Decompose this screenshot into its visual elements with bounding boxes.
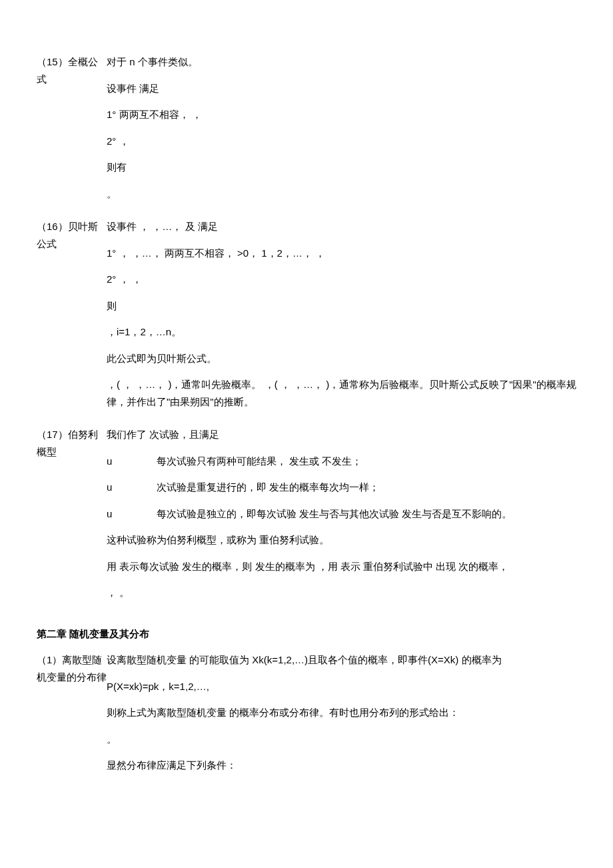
s16-p7: ，( ， ，…， )，通常叫先验概率。 ，( ， ，…， )，通常称为后验概率。…	[107, 376, 576, 410]
ch2-1-p2: P(X=xk)=pk，k=1,2,…,	[107, 678, 576, 695]
s17-u3-row: u 每次试验是独立的，即每次试验 发生与否与其他次试验 发生与否是互不影响的。	[107, 505, 576, 523]
s15-p1: 对于 n 个事件类似。	[107, 53, 576, 71]
ch2-1-p4: 。	[107, 731, 576, 748]
ch2-1-p5: 显然分布律应满足下列条件：	[107, 757, 576, 774]
s15-p5: 则有	[107, 159, 576, 176]
u-marker: u	[107, 505, 157, 523]
ch2-1-p3: 则称上式为离散型随机变量 的概率分布或分布律。有时也用分布列的形式给出：	[107, 704, 576, 721]
s17-p1: 我们作了 次试验，且满足	[107, 426, 576, 443]
section-15-content: 对于 n 个事件类似。 设事件 满足 1° 两两互不相容， ， 2° ， 则有 …	[107, 53, 576, 211]
section-15-row: （15）全概公式 对于 n 个事件类似。 设事件 满足 1° 两两互不相容， ，…	[37, 53, 576, 211]
section-16-label: （16）贝叶斯公式	[37, 218, 107, 419]
section-17-row: （17）伯努利概型 我们作了 次试验，且满足 u 每次试验只有两种可能结果， 发…	[37, 426, 576, 611]
s17-p4: ， 。	[107, 584, 576, 601]
s17-u1-row: u 每次试验只有两种可能结果， 发生或 不发生；	[107, 453, 576, 470]
s17-p2: 这种试验称为伯努利概型，或称为 重伯努利试验。	[107, 531, 576, 549]
u-marker: u	[107, 453, 157, 470]
s15-p4: 2° ，	[107, 133, 576, 150]
s16-p6: 此公式即为贝叶斯公式。	[107, 350, 576, 367]
s15-p2: 设事件 满足	[107, 80, 576, 97]
s17-u1: 每次试验只有两种可能结果， 发生或 不发生；	[157, 453, 362, 470]
u-marker: u	[107, 479, 157, 496]
section-17-label: （17）伯努利概型	[37, 426, 107, 611]
section-15-label: （15）全概公式	[37, 53, 107, 211]
s16-p3: 2° ， ，	[107, 271, 576, 288]
s16-p2: 1° ， ，…， 两两互不相容， >0， 1，2，…， ，	[107, 245, 576, 262]
s17-u2: 次试验是重复进行的，即 发生的概率每次均一样；	[157, 479, 379, 496]
section-16-row: （16）贝叶斯公式 设事件 ， ，…， 及 满足 1° ， ，…， 两两互不相容…	[37, 218, 576, 419]
section-16-content: 设事件 ， ，…， 及 满足 1° ， ，…， 两两互不相容， >0， 1，2，…	[107, 218, 576, 419]
s17-u3: 每次试验是独立的，即每次试验 发生与否与其他次试验 发生与否是互不影响的。	[157, 505, 512, 523]
s15-p3: 1° 两两互不相容， ，	[107, 106, 576, 123]
section-ch2-1-row: （1）离散型随机变量的分布律 设离散型随机变量 的可能取值为 Xk(k=1,2,…	[37, 651, 576, 783]
s17-u2-row: u 次试验是重复进行的，即 发生的概率每次均一样；	[107, 479, 576, 496]
s16-p5: ，i=1，2，…n。	[107, 323, 576, 341]
ch2-1-p1: 设离散型随机变量 的可能取值为 Xk(k=1,2,…)且取各个值的概率，即事件(…	[107, 651, 576, 669]
s15-p6: 。	[107, 185, 576, 203]
s16-p4: 则	[107, 297, 576, 315]
section-ch2-1-content: 设离散型随机变量 的可能取值为 Xk(k=1,2,…)且取各个值的概率，即事件(…	[107, 651, 576, 783]
section-17-content: 我们作了 次试验，且满足 u 每次试验只有两种可能结果， 发生或 不发生； u …	[107, 426, 576, 611]
section-ch2-1-label: （1）离散型随机变量的分布律	[37, 651, 107, 783]
chapter-2-heading: 第二章 随机变量及其分布	[37, 625, 576, 643]
s17-p3: 用 表示每次试验 发生的概率，则 发生的概率为 ，用 表示 重伯努利试验中 出现…	[107, 558, 576, 575]
s16-p1: 设事件 ， ，…， 及 满足	[107, 218, 576, 235]
